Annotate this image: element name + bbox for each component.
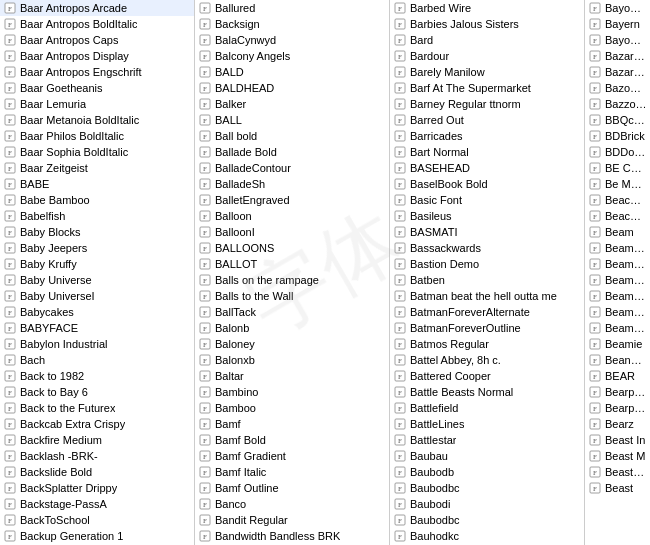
font-list-item[interactable]: F Beam Ri <box>585 304 650 320</box>
font-list-item[interactable]: F Barbies Jalous Sisters <box>390 16 584 32</box>
font-list-item[interactable]: F Backfire Medium <box>0 432 194 448</box>
font-list-item[interactable]: F Baar Antropos Caps <box>0 32 194 48</box>
font-list-item[interactable]: F Bearpaw <box>585 384 650 400</box>
font-list-item[interactable]: F Beam Ri <box>585 256 650 272</box>
font-list-item[interactable]: F BalaCynwyd <box>195 32 389 48</box>
font-list-item[interactable]: F Bambino <box>195 384 389 400</box>
font-list-item[interactable]: F Beast zo <box>585 464 650 480</box>
font-list-item[interactable]: F Backstage-PassA <box>0 496 194 512</box>
font-list-item[interactable]: F Beamie <box>585 336 650 352</box>
font-list-item[interactable]: F Beast M <box>585 448 650 464</box>
font-list-item[interactable]: F Bastion Demo <box>390 256 584 272</box>
font-list-item[interactable]: F Bazzomb <box>585 96 650 112</box>
font-list-item[interactable]: F Bamf Italic <box>195 464 389 480</box>
font-list-item[interactable]: F Battered Cooper <box>390 368 584 384</box>
font-list-item[interactable]: F Bach <box>0 352 194 368</box>
font-list-item[interactable]: F BABYFACE <box>0 320 194 336</box>
font-list-item[interactable]: F Balls on the rampage <box>195 272 389 288</box>
font-list-item[interactable]: F BaselBook Bold <box>390 176 584 192</box>
font-list-item[interactable]: F BALL <box>195 112 389 128</box>
font-list-item[interactable]: F Backlash -BRK- <box>0 448 194 464</box>
font-list-item[interactable]: F BeachTy <box>585 208 650 224</box>
font-list-item[interactable]: F Be My V. <box>585 176 650 192</box>
font-list-item[interactable]: F Baubodbc <box>390 512 584 528</box>
font-list-item[interactable]: F Barricades <box>390 128 584 144</box>
font-list-item[interactable]: F Baar Zeitgeist <box>0 160 194 176</box>
font-list-item[interactable]: F Bamboo <box>195 400 389 416</box>
font-list-item[interactable]: F Bandwidth Bandless BRK <box>195 528 389 544</box>
font-list-item[interactable]: F Bauhodkc <box>390 528 584 544</box>
font-list-item[interactable]: F Baar Antropos Arcade <box>0 0 194 16</box>
font-list-item[interactable]: F Barely Manilow <box>390 64 584 80</box>
font-list-item[interactable]: F Baar Lemuria <box>0 96 194 112</box>
font-list-item[interactable]: F Bayern <box>585 16 650 32</box>
font-list-item[interactable]: F Bazaroni <box>585 48 650 64</box>
font-list-item[interactable]: F Beast <box>585 480 650 496</box>
font-list-item[interactable]: F BASEHEAD <box>390 160 584 176</box>
font-list-item[interactable]: F Bandit Regular <box>195 512 389 528</box>
font-list-item[interactable]: F Balker <box>195 96 389 112</box>
font-list-item[interactable]: F Baubodi <box>390 496 584 512</box>
font-list-item[interactable]: F Baby Universe <box>0 272 194 288</box>
font-list-item[interactable]: F Baby Kruffy <box>0 256 194 272</box>
font-list-item[interactable]: F Ballade Bold <box>195 144 389 160</box>
font-list-item[interactable]: F Backslide Bold <box>0 464 194 480</box>
font-list-item[interactable]: F Back to 1982 <box>0 368 194 384</box>
font-list-item[interactable]: F Babe Bamboo <box>0 192 194 208</box>
font-list-item[interactable]: F Battle Beasts Normal <box>390 384 584 400</box>
font-list-item[interactable]: F Babelfish <box>0 208 194 224</box>
font-list-item[interactable]: F Basileus <box>390 208 584 224</box>
font-list-item[interactable]: F BallTack <box>195 304 389 320</box>
font-list-item[interactable]: F Beam Ri <box>585 288 650 304</box>
font-list-item[interactable]: F BalladeSh <box>195 176 389 192</box>
font-list-item[interactable]: F BBQcow r. <box>585 112 650 128</box>
font-list-item[interactable]: F Batman beat the hell outta me <box>390 288 584 304</box>
font-list-item[interactable]: F Baar Antropos Engschrift <box>0 64 194 80</box>
font-list-item[interactable]: F Ball bold <box>195 128 389 144</box>
font-list-item[interactable]: F BDDoome <box>585 144 650 160</box>
font-list-item[interactable]: F Bassackwards <box>390 240 584 256</box>
font-list-item[interactable]: F Balls to the Wall <box>195 288 389 304</box>
font-list-item[interactable]: F Beach Ho <box>585 192 650 208</box>
font-list-item[interactable]: F Barf At The Supermarket <box>390 80 584 96</box>
font-list-item[interactable]: F Back to Bay 6 <box>0 384 194 400</box>
font-list-item[interactable]: F Battel Abbey, 8h c. <box>390 352 584 368</box>
font-list-item[interactable]: F Beam Ri <box>585 272 650 288</box>
font-list-item[interactable]: F Baar Antropos Display <box>0 48 194 64</box>
font-list-item[interactable]: F Beam Ri <box>585 320 650 336</box>
font-list-item[interactable]: F BALLOONS <box>195 240 389 256</box>
font-list-item[interactable]: F BatmanForeverAlternate <box>390 304 584 320</box>
font-list-item[interactable]: F Baloney <box>195 336 389 352</box>
font-list-item[interactable]: F Bayou C. <box>585 0 650 16</box>
font-list-item[interactable]: F Bardour <box>390 48 584 64</box>
font-list-item[interactable]: F Balonxb <box>195 352 389 368</box>
font-list-item[interactable]: F Baar Sophia BoldItalic <box>0 144 194 160</box>
font-list-item[interactable]: F Basic Font <box>390 192 584 208</box>
font-list-item[interactable]: F Babycakes <box>0 304 194 320</box>
font-list-item[interactable]: F Battlefield <box>390 400 584 416</box>
font-list-item[interactable]: F Batmos Regular <box>390 336 584 352</box>
font-list-item[interactable]: F BALD <box>195 64 389 80</box>
font-list-item[interactable]: F Balonb <box>195 320 389 336</box>
font-list-item[interactable]: F Baubodb <box>390 464 584 480</box>
font-list-item[interactable]: F Beast In <box>585 432 650 448</box>
font-list-item[interactable]: F Barbed Wire <box>390 0 584 16</box>
font-list-item[interactable]: F BALLOT <box>195 256 389 272</box>
font-list-item[interactable]: F Balcony Angels <box>195 48 389 64</box>
font-list-item[interactable]: F BackSplatter Drippy <box>0 480 194 496</box>
font-list-item[interactable]: F Babylon Industrial <box>0 336 194 352</box>
font-list-item[interactable]: F Backup Generation 1 <box>0 528 194 544</box>
font-list-item[interactable]: F Baar Goetheanis <box>0 80 194 96</box>
font-list-item[interactable]: F Barred Out <box>390 112 584 128</box>
font-list-item[interactable]: F BattleLines <box>390 416 584 432</box>
font-list-item[interactable]: F BALDHEAD <box>195 80 389 96</box>
font-list-item[interactable]: F Bazaronb <box>585 64 650 80</box>
font-list-item[interactable]: F Bard <box>390 32 584 48</box>
font-list-item[interactable]: F BatmanForeverOutline <box>390 320 584 336</box>
font-list-item[interactable]: F BalletEngraved <box>195 192 389 208</box>
font-list-item[interactable]: F BABE <box>0 176 194 192</box>
font-list-item[interactable]: F BalloonI <box>195 224 389 240</box>
font-list-item[interactable]: F Bart Normal <box>390 144 584 160</box>
font-list-item[interactable]: F Barney Regular ttnorm <box>390 96 584 112</box>
font-list-item[interactable]: F Baar Metanoia BoldItalic <box>0 112 194 128</box>
